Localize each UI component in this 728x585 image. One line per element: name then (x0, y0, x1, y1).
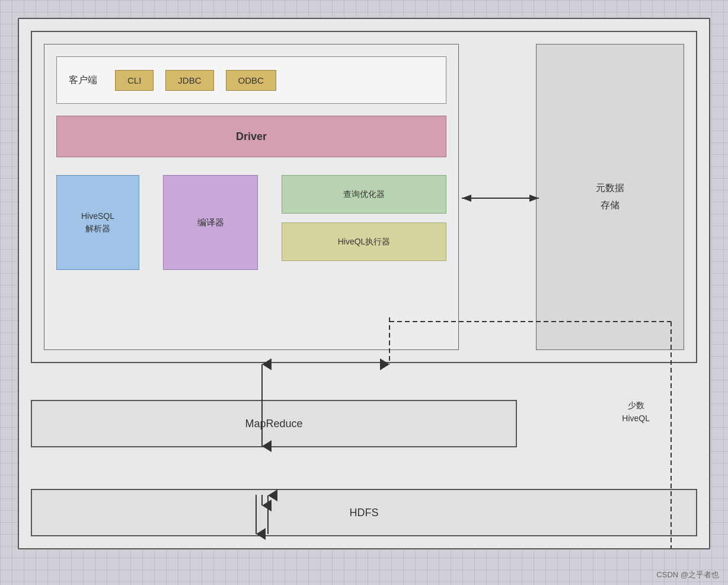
metadata-panel: 元数据存储 (536, 44, 684, 350)
left-panel: 客户端 CLI JDBC ODBC Driver HiveSQL解析器 编译器 … (44, 44, 459, 350)
client-label: 客户端 (69, 74, 97, 87)
cli-box: CLI (115, 70, 154, 91)
driver-box: Driver (56, 116, 446, 157)
main-container: 客户端 CLI JDBC ODBC Driver HiveSQL解析器 编译器 … (18, 18, 710, 549)
compiler-box: 编译器 (163, 175, 258, 270)
top-section: 客户端 CLI JDBC ODBC Driver HiveSQL解析器 编译器 … (31, 31, 697, 363)
watermark: CSDN @之乎者也 (656, 570, 719, 580)
odbc-box: ODBC (226, 70, 276, 91)
hivesql-box: HiveSQL解析器 (56, 175, 139, 270)
client-row: 客户端 CLI JDBC ODBC (56, 56, 446, 104)
query-optimizer-box: 查询优化器 (282, 175, 446, 214)
jdbc-box: JDBC (165, 70, 213, 91)
mapreduce-section: MapReduce (31, 400, 517, 447)
right-components: 查询优化器 HiveQL执行器 (282, 175, 446, 270)
hdfs-section: HDFS (31, 489, 697, 536)
shao-hiveql-label: 少数HiveQL (622, 399, 650, 425)
hiveql-executor-box: HiveQL执行器 (282, 222, 446, 261)
